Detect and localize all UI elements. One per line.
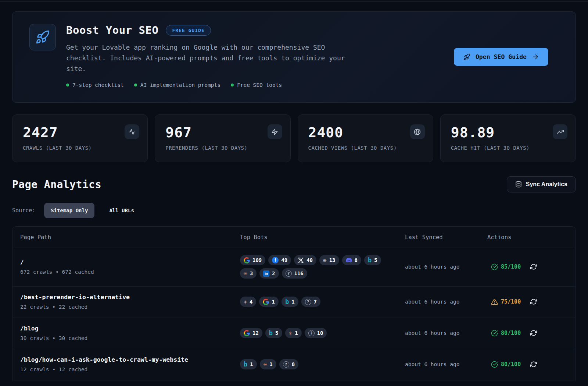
column-header: Last Synced [405, 234, 487, 241]
stat-label: CACHED VIEWS (LAST 30 DAYS) [308, 145, 397, 151]
score-value: 85/100 [501, 263, 521, 270]
stat-value: 2427 [23, 124, 92, 141]
source-option-all-urls[interactable]: All URLs [103, 203, 140, 218]
stat-label: CACHE HIT (LAST 30 DAYS) [451, 145, 530, 151]
banner-feature: 7-step checklist [66, 82, 124, 88]
score-value: 75/100 [501, 298, 521, 305]
top-divider [0, 1, 588, 2]
arrow-right-icon [532, 53, 539, 60]
bot-count: 1 [269, 361, 272, 367]
bing-bot-icon: b [368, 257, 372, 263]
column-header: Page Path [20, 234, 240, 241]
refresh-icon [530, 298, 537, 305]
page-path[interactable]: / [20, 259, 240, 266]
refresh-icon [530, 330, 537, 336]
bot-badge-unknown: ?7 [301, 297, 320, 307]
check-circle-icon [491, 263, 498, 270]
analytics-header: Page Analytics Sync Analytics [12, 176, 576, 192]
top-bots-cell: b1✳1?8 [240, 359, 405, 369]
last-synced-cell: about 6 hours ago [405, 264, 487, 270]
top-bots-cell: 12b5✳1?10 [240, 328, 405, 338]
stat-card: 98.89CACHE HIT (LAST 30 DAYS) [440, 114, 576, 162]
banner-features: 7-step checklistAI implementation prompt… [66, 82, 356, 88]
crawl-meta: 12 crawls • 12 cached [20, 366, 240, 372]
refresh-icon [530, 263, 537, 270]
bing-bot-icon: b [244, 361, 247, 368]
bot-count: 116 [294, 270, 304, 276]
bot-count: 13 [329, 257, 336, 263]
openai-bot-icon: ❋ [323, 257, 327, 263]
source-option-sitemap-only[interactable]: Sitemap Only [44, 203, 94, 218]
bot-count: 8 [292, 361, 295, 367]
banner-title: Boost Your SEO [66, 24, 158, 36]
google-bot-icon [263, 299, 269, 305]
bot-count: 8 [355, 257, 358, 263]
column-header: Top Bots [240, 234, 405, 241]
banner-feature: AI implementation prompts [134, 82, 220, 88]
top-bots-cell: ✳41b1?7 [240, 297, 405, 307]
seo-score-good: 80/100 [491, 361, 521, 368]
table-row: /672 crawls • 672 cached109f4940❋138b5✳3… [12, 248, 576, 287]
globe-icon [410, 124, 425, 139]
table-body: /672 crawls • 672 cached109f4940❋138b5✳3… [12, 248, 576, 380]
actions-cell: 75/100 [487, 298, 576, 305]
crawl-meta: 672 crawls • 672 cached [20, 269, 240, 275]
banner-body: Boost Your SEO FREE GUIDE Get your Lovab… [66, 24, 356, 88]
source-toggle: Sitemap OnlyAll URLs [44, 203, 141, 218]
free-guide-badge: FREE GUIDE [166, 25, 211, 36]
stat-value: 98.89 [451, 124, 530, 141]
refresh-button[interactable] [530, 263, 537, 270]
facebook-bot-icon: f [272, 257, 279, 263]
bot-badge-bing: b5 [265, 328, 282, 338]
activity-icon [125, 124, 139, 139]
page-path-cell: /672 crawls • 672 cached [20, 259, 240, 275]
bot-badge-bing: b1 [240, 359, 257, 369]
actions-cell: 85/100 [487, 263, 576, 270]
last-synced-cell: about 6 hours ago [405, 299, 487, 305]
bot-count: 5 [374, 257, 377, 263]
actions-cell: 80/100 [487, 361, 576, 368]
last-synced-cell: about 6 hours ago [405, 361, 487, 367]
sync-analytics-button[interactable]: Sync Analytics [507, 176, 576, 192]
spider-bot-icon: ✳ [244, 299, 247, 305]
open-seo-guide-button[interactable]: Open SEO Guide [454, 48, 548, 66]
bot-count: 4 [250, 299, 252, 305]
stat-label: PRERENDERS (LAST 30 DAYS) [165, 145, 247, 151]
bot-count: 49 [281, 257, 287, 263]
page-path-cell: /blog30 crawls • 30 cached [20, 325, 240, 341]
bot-badge-linkedin: in2 [259, 268, 279, 279]
bot-badge-facebook: f49 [268, 255, 291, 265]
table-row: /best-prerender-io-alternative22 crawls … [12, 287, 576, 318]
bot-badge-google: 1 [259, 297, 278, 307]
banner-feature: Free SEO tools [231, 82, 282, 88]
score-value: 80/100 [501, 330, 521, 336]
bot-badge-google: 12 [240, 328, 262, 338]
bot-count: 2 [272, 270, 275, 276]
x-bot-icon [298, 257, 304, 263]
bot-badge-discord: 8 [342, 255, 361, 265]
page-path[interactable]: /best-prerender-io-alternative [20, 294, 240, 301]
refresh-button[interactable] [530, 298, 537, 305]
page-analytics-title: Page Analytics [12, 178, 101, 191]
bot-count: 1 [291, 299, 294, 305]
refresh-button[interactable] [530, 330, 537, 336]
linkedin-bot-icon: in [263, 270, 269, 277]
column-header: Actions [487, 234, 576, 241]
bing-bot-icon: b [285, 299, 289, 305]
seo-score-good: 80/100 [491, 330, 521, 337]
score-value: 80/100 [501, 361, 521, 368]
page-path[interactable]: /blog [20, 325, 240, 332]
warning-triangle-icon [491, 298, 498, 305]
bot-count: 1 [272, 299, 275, 305]
stat-card: 967PRERENDERS (LAST 30 DAYS) [155, 114, 290, 162]
bot-badge-unknown: ?116 [282, 268, 307, 279]
bot-count: 5 [275, 330, 278, 336]
bot-badge-unknown: ?10 [305, 328, 327, 338]
stat-card: 2427CRAWLS (LAST 30 DAYS) [12, 114, 148, 162]
table-row: /blog30 crawls • 30 cached12b5✳1?10about… [12, 318, 576, 349]
source-label: Source: [12, 207, 35, 214]
page-path[interactable]: /blog/how-can-i-ask-google-to-crawl-my-w… [20, 356, 240, 363]
bot-badge-openai: ❋13 [319, 255, 339, 265]
google-bot-icon [244, 257, 250, 263]
refresh-button[interactable] [530, 361, 537, 368]
